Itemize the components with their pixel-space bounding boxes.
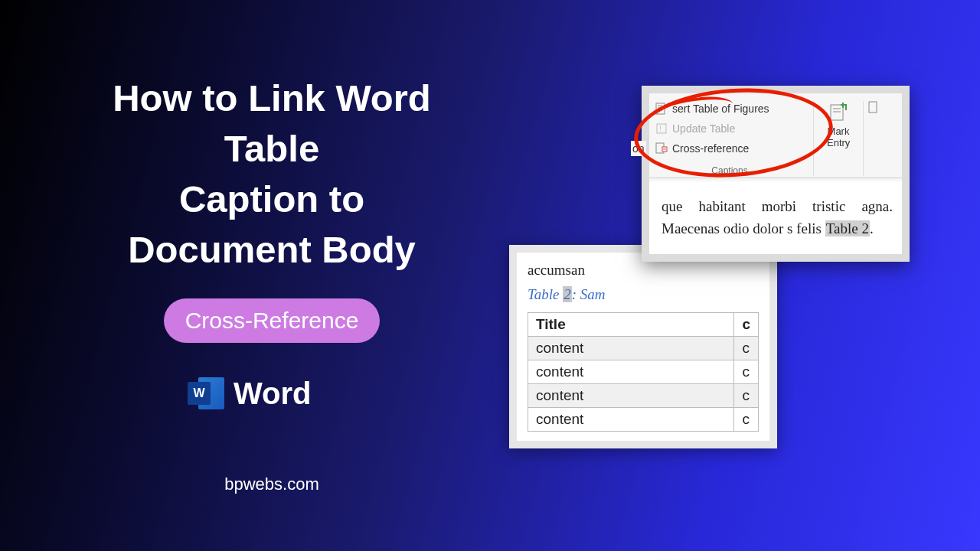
svg-rect-9 (831, 105, 843, 120)
word-brand-label: Word (234, 377, 311, 411)
doc-table-screenshot: accumsan Table 2: Sam Title c contentc c… (509, 245, 777, 448)
table-of-figures-icon (655, 103, 668, 115)
table-row: contentc (528, 360, 759, 384)
document-body-sample: que habitant morbi tristic agna. Maecena… (649, 181, 902, 254)
word-brand-block: W Word (188, 375, 311, 412)
title-block: How to Link Word Table Caption to Docume… (65, 73, 479, 343)
update-table-icon: ! (655, 122, 668, 135)
title-line-2: Caption to (65, 174, 479, 224)
ribbon-screenshot: on sert Table of Figures ! Update Table (642, 86, 910, 262)
cross-reference-badge: Cross-Reference (164, 298, 381, 343)
captions-group-label: Captions (654, 165, 805, 176)
table-row: contentc (528, 337, 759, 360)
ribbon-right-fragment (867, 101, 880, 176)
svg-rect-14 (869, 102, 877, 112)
document-icon (867, 101, 880, 113)
word-icon: W (188, 375, 224, 412)
table-row: contentc (528, 384, 759, 408)
title-line-1: How to Link Word Table (65, 73, 479, 174)
cross-reference-field: Table 2 (825, 220, 870, 236)
table-caption: Table 2: Sam (528, 286, 759, 303)
captions-group: sert Table of Figures ! Update Table Cro… (649, 101, 810, 176)
footer-url: bpwebs.com (65, 474, 479, 494)
svg-rect-4 (657, 124, 666, 133)
caption-button-fragment[interactable]: on (631, 141, 646, 156)
cross-reference-icon (655, 142, 668, 155)
insert-table-of-figures-button[interactable]: sert Table of Figures (654, 101, 805, 116)
cross-reference-button[interactable]: Cross-reference (654, 141, 805, 156)
mark-entry-icon (828, 103, 848, 122)
ribbon: on sert Table of Figures ! Update Table (649, 93, 902, 181)
title-line-3: Document Body (65, 224, 479, 275)
svg-rect-0 (656, 103, 665, 114)
mark-entry-button[interactable]: Mark Entry (817, 101, 860, 176)
table-header-2: c (734, 313, 759, 337)
doc-body-fragment: accumsan (528, 262, 759, 279)
update-table-button: ! Update Table (654, 121, 805, 136)
svg-text:!: ! (659, 125, 662, 133)
sample-table: Title c contentc contentc contentc conte… (528, 312, 759, 432)
table-row: contentc (528, 408, 759, 432)
table-header: Title (528, 313, 734, 337)
